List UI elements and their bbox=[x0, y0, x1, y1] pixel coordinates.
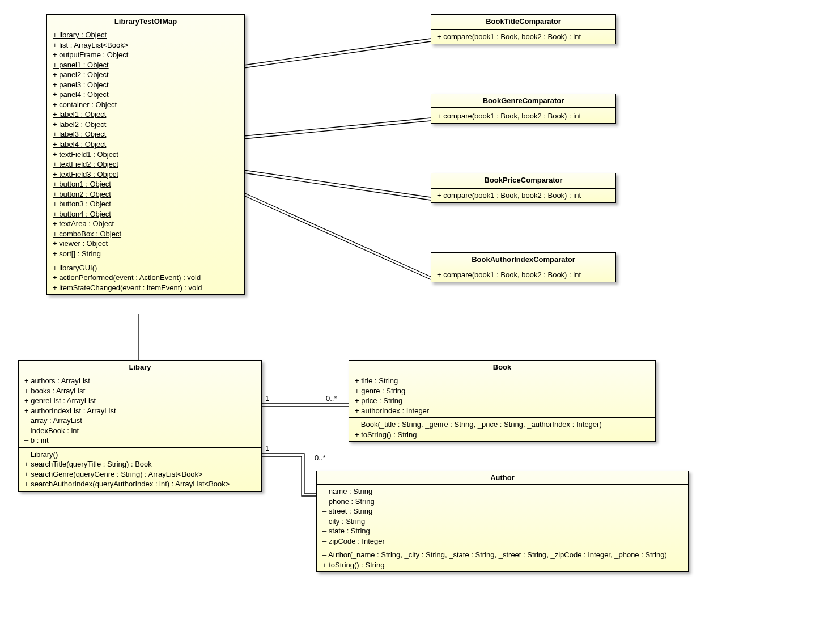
member-row: – Library() bbox=[24, 450, 256, 460]
member-row: + button3 : Object bbox=[53, 199, 239, 209]
op-section: + compare(book1 : Book, book2 : Book) : … bbox=[431, 30, 615, 44]
member-row: + genreList : ArrayList bbox=[24, 396, 256, 406]
op-row: + compare(book1 : Book, book2 : Book) : … bbox=[437, 270, 610, 280]
member-row: + panel3 : Object bbox=[53, 80, 239, 90]
op-row: + compare(book1 : Book, book2 : Book) : … bbox=[437, 111, 610, 121]
op-row: + compare(book1 : Book, book2 : Book) : … bbox=[437, 32, 610, 42]
op-row: + compare(book1 : Book, book2 : Book) : … bbox=[437, 190, 610, 201]
member-row: – b : int bbox=[24, 435, 256, 446]
member-row: + library : Object bbox=[53, 30, 239, 40]
member-row: + searchAuthorIndex(queryAuthorIndex : i… bbox=[24, 479, 256, 489]
member-row: – Author(_name : String, _city : String,… bbox=[322, 550, 682, 560]
op-section: + compare(book1 : Book, book2 : Book) : … bbox=[431, 189, 615, 202]
class-bookpricecomparator: BookPriceComparator + compare(book1 : Bo… bbox=[431, 173, 616, 203]
member-row: + toString() : String bbox=[355, 430, 649, 440]
uml-diagram: LibraryTestOfMap + library : Object+ lis… bbox=[0, 0, 828, 644]
member-row: + authors : ArrayList bbox=[24, 376, 256, 386]
member-row: + searchTitle(queryTitle : String) : Boo… bbox=[24, 459, 256, 469]
member-row: – city : String bbox=[322, 516, 682, 527]
attr-section: + library : Object+ list : ArrayList<Boo… bbox=[47, 28, 244, 261]
op-section: – Author(_name : String, _city : String,… bbox=[317, 548, 688, 571]
class-title: BookTitleComparator bbox=[431, 15, 615, 28]
class-title: Libary bbox=[19, 361, 261, 374]
class-title: Book bbox=[349, 361, 655, 374]
class-title: BookGenreComparator bbox=[431, 94, 615, 108]
member-row: + button1 : Object bbox=[53, 179, 239, 189]
class-bookgenrecomparator: BookGenreComparator + compare(book1 : Bo… bbox=[431, 94, 616, 124]
member-row: + label1 : Object bbox=[53, 109, 239, 120]
class-title: BookPriceComparator bbox=[431, 173, 615, 187]
member-row: + label4 : Object bbox=[53, 139, 239, 150]
member-row: – name : String bbox=[322, 486, 682, 497]
member-row: + viewer : Object bbox=[53, 239, 239, 249]
member-row: + panel2 : Object bbox=[53, 70, 239, 80]
member-row: + textField3 : Object bbox=[53, 170, 239, 180]
member-row: – array : ArrayList bbox=[24, 416, 256, 426]
class-bookauthorindexcomparator: BookAuthorIndexComparator + compare(book… bbox=[431, 252, 616, 282]
member-row: – indexBook : int bbox=[24, 426, 256, 436]
class-title: Author bbox=[317, 471, 688, 485]
multiplicity-label: 0..* bbox=[326, 394, 337, 402]
member-row: + container : Object bbox=[53, 100, 239, 110]
attr-section: + title : String+ genre : String+ price … bbox=[349, 374, 655, 418]
op-section: + libraryGUI()+ actionPerformed(event : … bbox=[47, 261, 244, 295]
member-row: + actionPerformed(event : ActionEvent) :… bbox=[53, 273, 239, 283]
member-row: – Book(_title : String, _genre : String,… bbox=[355, 420, 649, 430]
class-author: Author – name : String– phone : String– … bbox=[316, 471, 689, 572]
member-row: + button2 : Object bbox=[53, 189, 239, 200]
member-row: + comboBox : Object bbox=[53, 229, 239, 239]
member-row: + textField1 : Object bbox=[53, 150, 239, 160]
member-row: + panel1 : Object bbox=[53, 60, 239, 70]
member-row: + outputFrame : Object bbox=[53, 50, 239, 60]
member-row: + toString() : String bbox=[322, 560, 682, 570]
member-row: + price : String bbox=[355, 396, 649, 406]
member-row: + title : String bbox=[355, 376, 649, 386]
member-row: – street : String bbox=[322, 506, 682, 516]
member-row: + textArea : Object bbox=[53, 219, 239, 229]
multiplicity-label: 1 bbox=[265, 394, 269, 402]
op-section: + compare(book1 : Book, book2 : Book) : … bbox=[431, 109, 615, 123]
class-title: LibraryTestOfMap bbox=[47, 15, 244, 28]
multiplicity-label: 1 bbox=[265, 444, 269, 452]
class-title: BookAuthorIndexComparator bbox=[431, 253, 615, 266]
member-row: + sort[] : String bbox=[53, 249, 239, 259]
class-librarytestofmap: LibraryTestOfMap + library : Object+ lis… bbox=[46, 14, 245, 295]
member-row: – phone : String bbox=[322, 497, 682, 507]
member-row: + label2 : Object bbox=[53, 120, 239, 130]
member-row: + authorIndexList : ArrayList bbox=[24, 406, 256, 416]
class-book: Book + title : String+ genre : String+ p… bbox=[349, 360, 656, 442]
attr-section: + authors : ArrayList+ books : ArrayList… bbox=[19, 374, 261, 448]
member-row: + button4 : Object bbox=[53, 209, 239, 219]
member-row: + itemStateChanged(event : ItemEvent) : … bbox=[53, 283, 239, 293]
op-section: + compare(book1 : Book, book2 : Book) : … bbox=[431, 268, 615, 282]
member-row: + genre : String bbox=[355, 386, 649, 396]
member-row: – state : String bbox=[322, 526, 682, 536]
class-booktitlecomparator: BookTitleComparator + compare(book1 : Bo… bbox=[431, 14, 616, 44]
op-section: – Book(_title : String, _genre : String,… bbox=[349, 418, 655, 441]
member-row: + label3 : Object bbox=[53, 129, 239, 139]
member-row: + list : ArrayList<Book> bbox=[53, 40, 239, 50]
attr-section: – name : String– phone : String– street … bbox=[317, 485, 688, 548]
multiplicity-label: 0..* bbox=[315, 454, 326, 462]
member-row: + libraryGUI() bbox=[53, 263, 239, 273]
member-row: + panel4 : Object bbox=[53, 90, 239, 100]
op-section: – Library()+ searchTitle(queryTitle : St… bbox=[19, 448, 261, 491]
member-row: + searchGenre(queryGenre : String) : Arr… bbox=[24, 469, 256, 480]
member-row: – zipCode : Integer bbox=[322, 536, 682, 546]
member-row: + books : ArrayList bbox=[24, 386, 256, 396]
member-row: + authorIndex : Integer bbox=[355, 406, 649, 416]
member-row: + textField2 : Object bbox=[53, 159, 239, 170]
class-library: Libary + authors : ArrayList+ books : Ar… bbox=[18, 360, 262, 492]
